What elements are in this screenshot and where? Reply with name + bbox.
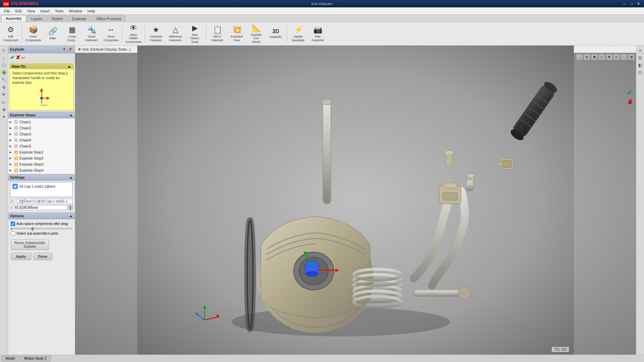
tree-item-chain3[interactable]: ▶ ⛓ Chain3 [8,131,75,137]
toolbar-explode-line-sketch[interactable]: 📐 ExplodeLineSketch [247,23,266,44]
expand-icon-es4[interactable]: ▶ [9,169,13,172]
right-icon-4[interactable]: ⊡ [637,69,644,76]
right-icon-3[interactable]: ◧ [637,62,644,68]
options-header[interactable]: Options ▲ [8,213,75,219]
component-selection-box[interactable]: ▣ Oil Cap-1-solid1-1@kick [10,182,73,197]
left-icon-prop[interactable]: 🔧 [1,76,7,83]
chain5-label: Chain5 [19,144,31,148]
toolbar-take-snapshot[interactable]: 📷 TakeSnapshot [308,23,327,44]
howto-header[interactable]: How-To: ▲ [10,64,73,69]
explode-steps-header[interactable]: Explode Steps ▲ [8,112,75,118]
menu-help[interactable]: Help [85,8,98,14]
expand-icon-5[interactable]: ▶ [9,144,13,148]
reject-button[interactable]: ✘ [16,54,20,61]
mate-label: Mate [50,37,56,40]
undo-button[interactable]: ↩ [21,55,25,60]
tree-item-chain4[interactable]: ▶ ⛓ Chain4 [8,137,75,143]
green-confirm[interactable]: ✔ [627,89,632,97]
distance-input[interactable] [13,205,67,210]
toolbar-move-component[interactable]: ↔ MoveComponent [102,23,120,44]
reuse-subassembly-button[interactable]: Reuse SubassemblyExplode [11,239,49,250]
left-icon-config[interactable]: ⚙ [1,84,7,90]
left-icon-display[interactable]: 👁 [1,91,7,98]
tree-item-explode-step3[interactable]: ▶ 💥 Explode Step3 [8,161,75,167]
bottom-tab-motion-study[interactable]: Motion Study 1 [20,356,51,361]
close-button[interactable]: ✕ [636,2,641,6]
tab-office-products[interactable]: Office Products [92,15,125,22]
toolbar-mate[interactable]: 🔗 Mate [43,23,62,44]
left-icon-dim[interactable]: ◈ [1,106,7,113]
left-icon-select[interactable]: ✦ [1,113,7,120]
toolbar-assembly-features[interactable]: ★ AssemblyFeatures [147,23,165,44]
menu-view[interactable]: View [24,8,38,14]
left-icon-cursor[interactable]: ↕ [1,54,7,61]
tree-item-chain2[interactable]: ▶ ⛓ Chain2 [8,125,75,131]
expand-icon[interactable]: ▶ [9,120,13,124]
menu-edit[interactable]: Edit [13,8,24,14]
tab-sketch[interactable]: Sketch [47,15,67,22]
howto-collapse-icon[interactable]: ▲ [67,64,71,68]
panel-help-icon[interactable]: ? [61,47,67,52]
tree-item-explode-step4[interactable]: ▶ 💥 Explode Step4 [8,167,75,173]
minimize-button[interactable]: — [622,2,628,6]
tree-item-chain5[interactable]: ▶ ⛓ Chain5 [8,143,75,149]
toolbar-edit-component[interactable]: ⚙ EditComponent [1,23,20,44]
green-check-icon[interactable]: ✔ [627,89,632,96]
tree-item-explode-step1[interactable]: ▶ 💥 Explode Step1 [8,149,75,155]
menu-window[interactable]: Window [66,8,85,14]
insert-components-label: InsertComponents [25,35,41,42]
expand-icon-2[interactable]: ▶ [9,126,13,130]
right-icon-2[interactable]: ⊞ [637,54,644,61]
done-button[interactable]: Done [33,253,53,260]
left-icon-tree[interactable]: 🌳 [1,69,7,76]
toolbar-smart-fasteners[interactable]: 🔩 SmartFasteners [82,23,101,44]
tab-layout[interactable]: Layout [27,15,47,22]
instant3d-icon: 3D [272,28,279,35]
tree-item-chain1[interactable]: ▶ ⛓ Chain1 [8,119,75,125]
explode-step3-icon: 💥 [13,162,19,167]
settings-header[interactable]: Settings ▲ [8,174,75,181]
menu-tools[interactable]: Tools [52,8,66,14]
confirm-button[interactable]: ✔ [10,54,14,61]
select-sub-label: Select sub-assembly's parts [16,232,58,235]
expand-icon-es3[interactable]: ▶ [9,163,13,166]
tree-item-explode-step2[interactable]: ▶ 💥 Explode Step2 [8,155,75,161]
toolbar-linear-comp[interactable]: ▦ LinearComp... [63,23,82,44]
expand-icon-es2[interactable]: ▶ [9,157,13,160]
slider-thumb[interactable] [32,227,34,231]
left-icon-feature[interactable]: ⬡ [1,62,7,68]
panel-pushpin-icon[interactable]: 📌 [67,47,73,52]
maximize-button[interactable]: □ [629,2,634,6]
right-icon-1[interactable]: ≡ [637,47,644,54]
toolbar-bill-of-materials[interactable]: 📋 Bill ofMaterials [208,23,227,44]
distance-increment[interactable]: ▲ [68,205,73,207]
toolbar-show-hidden[interactable]: 👁 ShowHiddenComponents [124,23,143,44]
expand-icon-4[interactable]: ▶ [9,138,13,142]
apply-button[interactable]: Apply [11,253,31,260]
toolbar-exploded-view[interactable]: 💥 ExplodedView [227,23,246,44]
left-icon-sim[interactable]: ▷ [1,99,7,105]
toolbar-instant3d[interactable]: 3D Instant3D [266,23,285,44]
red-cancel[interactable]: ✘ [628,99,633,106]
toolbar-reference-geometry[interactable]: △ ReferenceGeometry [166,23,185,44]
toolbar-update-speedpak[interactable]: ⚡ UpdateSpeedpak [289,23,308,44]
left-icon-arrow[interactable]: ↖ [1,47,7,54]
expand-icon-es1[interactable]: ▶ [9,150,13,154]
red-x-icon[interactable]: ✘ [628,99,633,106]
tab-evaluate[interactable]: Evaluate [68,15,91,22]
distance-decrement[interactable]: ▼ [68,207,73,210]
bottom-tab-model[interactable]: Model [1,356,19,361]
auto-space-checkbox[interactable] [11,222,15,226]
toolbar-new-motion-study[interactable]: ▶ NewMotionStudy [185,23,204,44]
slider-track[interactable] [14,228,72,229]
toolbar-insert-components[interactable]: 📦 InsertComponents [24,23,43,44]
svg-point-16 [305,271,318,277]
menu-insert[interactable]: Insert [38,8,52,14]
expand-icon-3[interactable]: ▶ [9,132,13,136]
viewport[interactable]: ◉ kick (Default<Display State...) 🔍 ↻ ✥ … [75,46,636,355]
svg-point-36 [467,174,475,178]
options-body: Auto-space components after drag ◂ Selec… [8,219,75,238]
tab-assembly[interactable]: Assembly [1,15,26,22]
select-sub-checkbox[interactable] [11,231,15,236]
menu-file[interactable]: File [1,8,13,14]
